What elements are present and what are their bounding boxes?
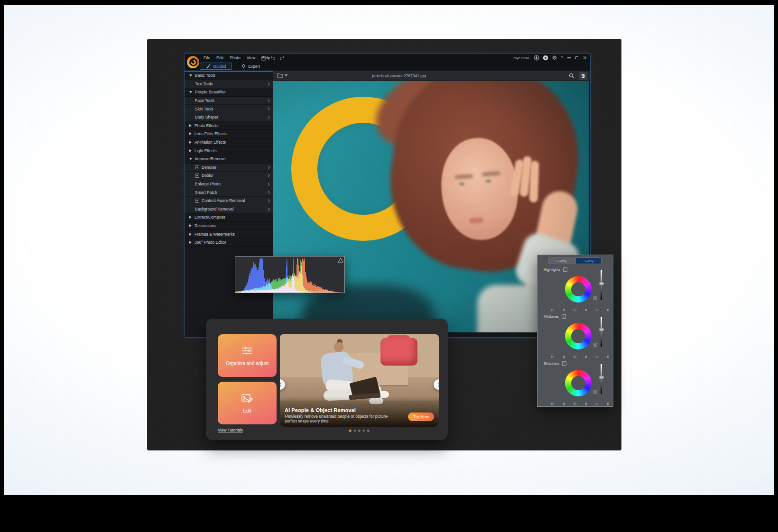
shadows-color-wheel[interactable]	[565, 370, 592, 396]
sidebar-item-smart-patch[interactable]: Smart Patch	[185, 188, 273, 197]
sidebar-label: Extract/Compose	[194, 215, 225, 220]
sidebar-header-decorations[interactable]: Decorations	[185, 222, 273, 230]
view-tutorials-link[interactable]: View Tutorials	[218, 428, 243, 432]
sidebar-header-light-effects[interactable]: Light Effects	[185, 147, 273, 155]
carousel-next-button[interactable]	[434, 379, 439, 390]
wheel-reset-button[interactable]	[593, 343, 597, 347]
chevron-right-icon	[267, 99, 269, 102]
color-adjust-panel: 2-way3-way HighlightsH:0S:0L:0MidtonesH:…	[537, 255, 613, 407]
settings-gear-icon[interactable]	[552, 55, 557, 61]
triangle-right-icon	[189, 241, 192, 244]
zoom-tool-icon[interactable]	[567, 72, 576, 80]
wheel-reset-button[interactable]	[593, 390, 597, 394]
sidebar-item-skin-tools[interactable]: Skin Tools	[185, 105, 273, 113]
shadows-checkbox[interactable]	[562, 361, 566, 366]
carousel-dot[interactable]	[353, 430, 356, 432]
midtones-luminance-slider[interactable]	[601, 317, 602, 347]
expert-mode-button[interactable]: Expert	[238, 63, 263, 70]
menu-item-photo[interactable]: Photo	[230, 55, 241, 60]
view-tools	[567, 72, 587, 80]
browse-folder-button[interactable]	[277, 73, 287, 78]
sidebar-item-deblur[interactable]: Deblur	[185, 172, 273, 180]
slider-handle[interactable]	[599, 328, 604, 331]
pan-hand-icon[interactable]	[579, 72, 587, 80]
launcher-card: Organize and adjustEdit AI Pe	[206, 319, 448, 440]
color-panel-tab-2-way[interactable]: 2-way	[548, 257, 574, 264]
sidebar-label: Light Effects	[194, 148, 217, 153]
color-panel-tab-3-way[interactable]: 3-way	[575, 257, 602, 264]
sidebar-item-face-tools[interactable]: Face Tools	[185, 97, 273, 105]
chevron-right-icon	[267, 199, 269, 202]
chevron-right-icon	[267, 174, 269, 177]
slider-handle[interactable]	[599, 376, 604, 379]
menu-item-view[interactable]: View	[247, 55, 256, 60]
highlights-color-wheel[interactable]	[565, 276, 592, 303]
magic-wand-icon	[205, 64, 211, 69]
hsl-values-row: H:0S:0L:0	[551, 402, 609, 406]
sidebar-header-animation-effects[interactable]: Animation Effects	[185, 138, 273, 147]
chevron-left-icon	[280, 383, 283, 386]
shadows-luminance-slider[interactable]	[601, 364, 602, 394]
account-avatar-icon[interactable]	[534, 55, 539, 61]
notifications-icon[interactable]	[543, 55, 548, 61]
minimize-button[interactable]	[566, 55, 571, 61]
sidebar-header-extract-compose[interactable]: Extract/Compose	[185, 213, 273, 222]
help-icon[interactable]: ?	[561, 55, 563, 60]
close-button[interactable]	[583, 55, 587, 61]
carousel-dot[interactable]	[367, 430, 370, 432]
carousel-title: AI People & Object Removal	[285, 407, 394, 413]
mode-switcher: Guided Expert	[185, 62, 590, 71]
sidebar-header-photo-effects[interactable]: Photo Effects	[185, 122, 273, 130]
open-file-name: pexels-ali-pazani-2787341.jpg	[372, 73, 426, 78]
sidebar-item-denoise[interactable]: Denoise	[185, 164, 273, 172]
sidebar-item-background-removal[interactable]: Background Removal	[185, 205, 273, 214]
chevron-right-icon	[267, 107, 269, 110]
hsl-value: 0	[563, 355, 565, 359]
chevron-right-icon	[267, 208, 269, 211]
sidebar-item-text-tools[interactable]: Text Tools	[185, 80, 273, 89]
carousel-dot[interactable]	[358, 430, 361, 432]
sidebar-label: Denoise	[202, 165, 216, 170]
hsl-label: L:	[596, 355, 599, 359]
sidebar-header-basic-tools[interactable]: Basic Tools	[185, 72, 273, 80]
carousel-dot[interactable]	[349, 430, 352, 432]
tile-edit[interactable]: Edit	[218, 382, 277, 424]
chevron-right-icon	[267, 116, 269, 119]
slider-handle[interactable]	[599, 282, 604, 285]
sidebar-item-body-shaper[interactable]: Body Shaper	[185, 113, 273, 122]
try-now-button[interactable]: Try Now	[408, 413, 434, 421]
midtones-color-wheel[interactable]	[565, 323, 592, 349]
guided-mode-button[interactable]: Guided	[200, 63, 232, 70]
menu-item-edit[interactable]: Edit	[216, 55, 223, 60]
highlights-luminance-slider[interactable]	[601, 270, 602, 300]
clipping-warning-icon[interactable]	[338, 257, 343, 263]
section-label-row: Highlights	[544, 267, 567, 272]
sidebar-header-360-photo-editor[interactable]: 360° Photo Editor	[185, 238, 273, 247]
undo-icon[interactable]	[270, 55, 276, 60]
triangle-right-icon	[189, 233, 192, 236]
sidebar-item-enlarge-photo[interactable]: Enlarge Photo	[185, 180, 273, 189]
sidebar-header-people-beautifier[interactable]: People Beautifier	[185, 88, 273, 97]
tile-organize-and-adjust[interactable]: Organize and adjust	[218, 334, 277, 377]
sidebar-label: Body Shaper	[195, 115, 218, 119]
sidebar-header-frames-watermarks[interactable]: Frames & Watermarks	[185, 230, 273, 238]
carousel-prev-button[interactable]	[280, 379, 285, 390]
menu-item-file[interactable]: File	[204, 55, 210, 60]
sidebar-header-lens-filter-effects[interactable]: Lens Filter Effects	[185, 130, 273, 138]
carousel-dot[interactable]	[362, 430, 365, 432]
color-section-midtones: MidtonesH:0S:0L:0	[537, 313, 614, 360]
export-icon[interactable]	[261, 55, 266, 61]
carousel-description: Flawlessly remove unwanted people or obj…	[285, 414, 394, 424]
redo-icon[interactable]	[279, 55, 285, 60]
section-label: Shadows	[544, 361, 559, 366]
sidebar-label: Face Tools	[195, 98, 214, 103]
maximize-button[interactable]	[574, 55, 579, 61]
sidebar-header-improve-remove[interactable]: Improve/Remove	[185, 155, 273, 164]
triangle-right-icon	[189, 124, 192, 127]
wheel-reset-button[interactable]	[593, 296, 597, 300]
sidebar-item-content-aware-removal[interactable]: Content Aware Removal	[185, 197, 273, 205]
color-section-shadows: ShadowsH:0S:0L:0	[537, 360, 614, 407]
midtones-checkbox[interactable]	[562, 314, 566, 319]
file-bar: pexels-ali-pazani-2787341.jpg	[273, 71, 590, 81]
highlights-checkbox[interactable]	[563, 267, 567, 272]
